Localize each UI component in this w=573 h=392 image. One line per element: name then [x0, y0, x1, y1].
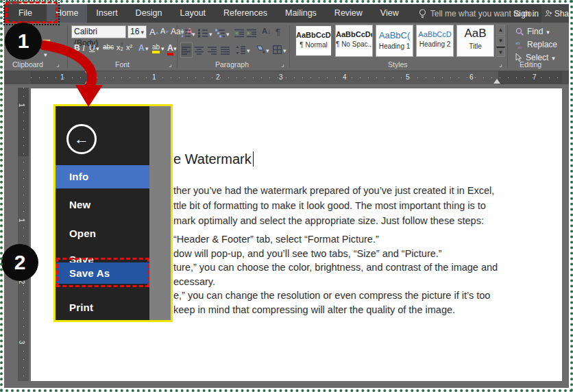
increase-indent-icon[interactable]	[247, 27, 257, 39]
style-heading-1[interactable]: AaBbC( Heading 1	[376, 25, 413, 57]
text-cursor	[253, 151, 254, 167]
strikethrough-button[interactable]: abc	[103, 43, 114, 51]
style-normal[interactable]: AaBbCcDd ¶ Normal	[295, 25, 332, 57]
font-size-combo[interactable]: 16	[127, 25, 147, 38]
style-heading-2[interactable]: AaBbCcD Heading 2	[416, 25, 454, 57]
lightbulb-icon	[419, 9, 426, 19]
font-color-button[interactable]: A	[167, 43, 173, 56]
style-name: Heading 1	[376, 42, 413, 50]
sign-in-button[interactable]: Sign in	[513, 9, 539, 19]
sort-icon[interactable]: A↓	[262, 27, 271, 35]
styles-scroll-down-icon[interactable]: ▼	[496, 36, 505, 46]
borders-icon[interactable]	[273, 43, 282, 56]
text-effects-dropdown-icon[interactable]	[145, 43, 149, 53]
numbering-icon[interactable]	[198, 27, 208, 39]
tab-home[interactable]: Home	[47, 4, 87, 23]
subscript-button[interactable]: x₂	[117, 43, 123, 51]
paste-dropdown-icon[interactable]	[44, 51, 47, 58]
file-menu-share[interactable]: Share	[56, 315, 149, 322]
file-menu-open[interactable]: Open	[56, 224, 149, 243]
align-right-button[interactable]	[207, 43, 218, 57]
first-line-indent-marker[interactable]	[85, 71, 92, 76]
decrease-indent-icon[interactable]	[234, 27, 245, 39]
tab-insert[interactable]: Insert	[87, 4, 126, 23]
ruler-number: 6	[470, 73, 474, 81]
ribbon-home: Clipboard Calibri (Body) 16 A˄ A˅ Aa A B…	[4, 23, 569, 71]
ruler-number: 1	[18, 219, 25, 223]
ruler-number: 4	[343, 73, 347, 81]
doc-line: dow will pop-up, and you’ll see two tabs…	[173, 247, 498, 261]
style-name: Heading 2	[417, 40, 453, 48]
doc-line: “Header & Footer” tab, select “Format Pi…	[173, 232, 498, 247]
borders-dropdown-icon[interactable]	[283, 43, 286, 56]
tab-design[interactable]: Design	[127, 4, 171, 23]
grow-font-button[interactable]: A˄	[149, 27, 158, 37]
style-preview: AaBbCcDd	[296, 31, 331, 39]
line-spacing-dropdown-icon[interactable]	[247, 43, 250, 56]
ruler-number: 3	[18, 341, 25, 345]
file-menu-column: ← Info New Open Save Save As Print Share	[56, 106, 149, 320]
tab-file[interactable]: File	[4, 4, 47, 23]
font-size-value: 16	[130, 27, 139, 36]
right-indent-marker[interactable]	[493, 79, 500, 84]
tab-references[interactable]: References	[215, 4, 276, 23]
styles-dialog-launcher[interactable]	[499, 60, 502, 68]
tab-mailings[interactable]: Mailings	[276, 4, 326, 23]
underline-button[interactable]: U	[89, 43, 95, 53]
highlight-dropdown-icon[interactable]	[161, 43, 164, 53]
styles-gallery-more-icon[interactable]: ▼	[496, 47, 505, 57]
font-size-dropdown-icon	[141, 26, 144, 38]
file-menu-save-as[interactable]: Save As	[56, 262, 149, 284]
font-color-dropdown-icon[interactable]	[173, 43, 177, 53]
overlay-gray-strip	[149, 106, 171, 320]
pilcrow-icon[interactable]: ¶	[276, 27, 280, 37]
file-menu-info[interactable]: Info	[56, 165, 149, 188]
bullets-dropdown-icon[interactable]	[192, 27, 195, 39]
style-preview: AaBbCcD	[417, 30, 453, 38]
paragraph-dialog-launcher[interactable]	[281, 60, 284, 68]
paste-icon[interactable]	[42, 39, 51, 50]
paragraph-intro: ther you’ve had the watermark prepared o…	[173, 183, 494, 228]
style-no-spacing[interactable]: AaBbCcDd ¶ No Spac...	[335, 25, 373, 57]
superscript-button[interactable]: x²	[126, 43, 132, 51]
ruler-number: 2	[216, 73, 220, 81]
font-dialog-launcher[interactable]	[169, 60, 172, 68]
align-center-button[interactable]	[194, 43, 205, 57]
doc-line: mark optimally and select the appropriat…	[173, 213, 494, 228]
back-button[interactable]: ←	[66, 124, 97, 154]
clipboard-dialog-launcher[interactable]	[56, 60, 60, 68]
ruler-number: 3	[279, 73, 283, 81]
share-button[interactable]: Sha	[541, 4, 569, 23]
file-menu-new[interactable]: New	[56, 195, 149, 215]
multilevel-list-icon[interactable]	[215, 27, 225, 39]
highlight-color-button[interactable]: ab	[152, 43, 160, 53]
bullets-icon[interactable]	[181, 27, 191, 39]
bold-button[interactable]: B	[74, 43, 80, 53]
multilevel-dropdown-icon[interactable]	[226, 27, 230, 39]
font-name-combo[interactable]: Calibri (Body)	[71, 25, 126, 38]
shading-icon[interactable]	[255, 43, 265, 56]
clipboard-group-label: Clipboard	[12, 60, 43, 69]
horizontal-ruler[interactable]: 1 1 2 3 4 5 6 7	[4, 71, 569, 84]
vertical-ruler[interactable]: 1 1 2 3	[18, 88, 29, 381]
italic-button[interactable]: I	[82, 43, 85, 53]
tab-view[interactable]: View	[371, 4, 408, 23]
styles-scroll-up-icon[interactable]: ▲	[496, 25, 505, 35]
find-button[interactable]: Find	[515, 27, 550, 36]
numbering-dropdown-icon[interactable]	[209, 27, 212, 39]
justify-button[interactable]	[220, 43, 231, 57]
document-title: e Watermark	[173, 151, 254, 167]
tab-layout[interactable]: Layout	[171, 4, 215, 23]
hanging-indent-marker[interactable]	[85, 79, 92, 84]
replace-button[interactable]: abac Replace	[515, 40, 557, 49]
doc-line: ecessary.	[173, 275, 498, 289]
text-effects-button[interactable]: A	[138, 43, 145, 53]
shading-dropdown-icon[interactable]	[266, 43, 269, 56]
underline-dropdown-icon[interactable]	[96, 43, 99, 53]
svg-text:ac: ac	[517, 45, 522, 49]
shrink-font-button[interactable]: A˅	[160, 27, 169, 35]
tab-review[interactable]: Review	[326, 4, 371, 23]
line-spacing-icon[interactable]	[236, 43, 246, 56]
style-title[interactable]: AaB Title	[456, 25, 494, 57]
align-left-button[interactable]	[181, 43, 192, 57]
